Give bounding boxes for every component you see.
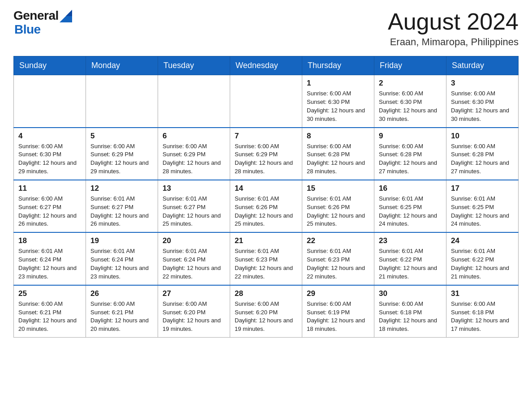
- calendar-week-row: 1Sunrise: 6:00 AMSunset: 6:30 PMDaylight…: [14, 75, 519, 128]
- day-info: Sunrise: 6:00 AMSunset: 6:21 PMDaylight:…: [18, 300, 81, 334]
- day-info: Sunrise: 6:00 AMSunset: 6:28 PMDaylight:…: [307, 142, 369, 176]
- day-number: 9: [379, 132, 442, 141]
- day-number: 26: [90, 289, 153, 298]
- table-row: [158, 75, 230, 128]
- day-number: 7: [235, 132, 297, 141]
- table-row: 8Sunrise: 6:00 AMSunset: 6:28 PMDaylight…: [302, 128, 374, 180]
- calendar-week-row: 18Sunrise: 6:01 AMSunset: 6:24 PMDayligh…: [14, 232, 519, 285]
- day-number: 18: [18, 236, 81, 245]
- day-number: 17: [451, 184, 514, 193]
- table-row: 30Sunrise: 6:00 AMSunset: 6:18 PMDayligh…: [374, 285, 446, 338]
- day-info: Sunrise: 6:00 AMSunset: 6:18 PMDaylight:…: [379, 300, 442, 334]
- day-info: Sunrise: 6:00 AMSunset: 6:30 PMDaylight:…: [379, 90, 442, 123]
- table-row: 2Sunrise: 6:00 AMSunset: 6:30 PMDaylight…: [374, 75, 446, 128]
- day-info: Sunrise: 6:00 AMSunset: 6:28 PMDaylight:…: [379, 142, 442, 176]
- logo-general-text: General: [13, 9, 59, 23]
- table-row: 1Sunrise: 6:00 AMSunset: 6:30 PMDaylight…: [302, 75, 374, 128]
- day-info: Sunrise: 6:01 AMSunset: 6:26 PMDaylight:…: [235, 195, 297, 228]
- day-number: 1: [307, 79, 369, 88]
- table-row: 10Sunrise: 6:00 AMSunset: 6:28 PMDayligh…: [446, 128, 519, 180]
- table-row: [86, 75, 158, 128]
- table-row: 31Sunrise: 6:00 AMSunset: 6:18 PMDayligh…: [446, 285, 519, 338]
- day-info: Sunrise: 6:00 AMSunset: 6:27 PMDaylight:…: [18, 195, 81, 228]
- day-number: 27: [163, 289, 225, 298]
- calendar-week-row: 11Sunrise: 6:00 AMSunset: 6:27 PMDayligh…: [14, 180, 519, 232]
- table-row: 22Sunrise: 6:01 AMSunset: 6:23 PMDayligh…: [302, 232, 374, 285]
- table-row: 16Sunrise: 6:01 AMSunset: 6:25 PMDayligh…: [374, 180, 446, 232]
- day-info: Sunrise: 6:01 AMSunset: 6:25 PMDaylight:…: [451, 195, 514, 228]
- day-number: 31: [451, 289, 514, 298]
- day-info: Sunrise: 6:01 AMSunset: 6:24 PMDaylight:…: [90, 247, 153, 281]
- day-info: Sunrise: 6:01 AMSunset: 6:27 PMDaylight:…: [163, 195, 225, 228]
- day-info: Sunrise: 6:00 AMSunset: 6:30 PMDaylight:…: [451, 90, 514, 123]
- day-number: 21: [235, 236, 297, 245]
- day-number: 3: [451, 79, 514, 88]
- day-number: 12: [90, 184, 153, 193]
- day-info: Sunrise: 6:01 AMSunset: 6:26 PMDaylight:…: [307, 195, 369, 228]
- day-number: 6: [163, 132, 225, 141]
- table-row: 7Sunrise: 6:00 AMSunset: 6:29 PMDaylight…: [230, 128, 302, 180]
- calendar-week-row: 25Sunrise: 6:00 AMSunset: 6:21 PMDayligh…: [14, 285, 519, 338]
- day-info: Sunrise: 6:00 AMSunset: 6:30 PMDaylight:…: [18, 142, 81, 176]
- day-info: Sunrise: 6:01 AMSunset: 6:27 PMDaylight:…: [90, 195, 153, 228]
- logo-icon: [60, 10, 72, 22]
- day-info: Sunrise: 6:00 AMSunset: 6:30 PMDaylight:…: [307, 90, 369, 123]
- page-header: General Blue August 2024 Eraan, Mimaropa…: [13, 9, 519, 48]
- table-row: 24Sunrise: 6:01 AMSunset: 6:22 PMDayligh…: [446, 232, 519, 285]
- table-row: 11Sunrise: 6:00 AMSunset: 6:27 PMDayligh…: [14, 180, 86, 232]
- table-row: 23Sunrise: 6:01 AMSunset: 6:22 PMDayligh…: [374, 232, 446, 285]
- title-block: August 2024 Eraan, Mimaropa, Philippines: [388, 9, 519, 48]
- day-info: Sunrise: 6:00 AMSunset: 6:29 PMDaylight:…: [90, 142, 153, 176]
- month-year-title: August 2024: [388, 9, 519, 34]
- table-row: [14, 75, 86, 128]
- day-info: Sunrise: 6:00 AMSunset: 6:28 PMDaylight:…: [451, 142, 514, 176]
- day-number: 14: [235, 184, 297, 193]
- day-info: Sunrise: 6:01 AMSunset: 6:23 PMDaylight:…: [235, 247, 297, 281]
- day-info: Sunrise: 6:00 AMSunset: 6:20 PMDaylight:…: [163, 300, 225, 334]
- calendar-table: Sunday Monday Tuesday Wednesday Thursday…: [13, 56, 519, 338]
- day-number: 24: [451, 236, 514, 245]
- logo-blue-text: Blue: [14, 23, 72, 37]
- day-number: 28: [235, 289, 297, 298]
- table-row: [230, 75, 302, 128]
- day-number: 16: [379, 184, 442, 193]
- col-saturday: Saturday: [446, 56, 519, 75]
- table-row: 25Sunrise: 6:00 AMSunset: 6:21 PMDayligh…: [14, 285, 86, 338]
- day-info: Sunrise: 6:00 AMSunset: 6:21 PMDaylight:…: [90, 300, 153, 334]
- table-row: 28Sunrise: 6:00 AMSunset: 6:20 PMDayligh…: [230, 285, 302, 338]
- day-number: 10: [451, 132, 514, 141]
- svg-marker-1: [66, 10, 72, 16]
- table-row: 15Sunrise: 6:01 AMSunset: 6:26 PMDayligh…: [302, 180, 374, 232]
- table-row: 19Sunrise: 6:01 AMSunset: 6:24 PMDayligh…: [86, 232, 158, 285]
- day-number: 20: [163, 236, 225, 245]
- col-tuesday: Tuesday: [158, 56, 230, 75]
- table-row: 29Sunrise: 6:00 AMSunset: 6:19 PMDayligh…: [302, 285, 374, 338]
- table-row: 26Sunrise: 6:00 AMSunset: 6:21 PMDayligh…: [86, 285, 158, 338]
- day-number: 25: [18, 289, 81, 298]
- day-number: 29: [307, 289, 369, 298]
- day-info: Sunrise: 6:00 AMSunset: 6:29 PMDaylight:…: [235, 142, 297, 176]
- day-info: Sunrise: 6:01 AMSunset: 6:24 PMDaylight:…: [18, 247, 81, 281]
- calendar-week-row: 4Sunrise: 6:00 AMSunset: 6:30 PMDaylight…: [14, 128, 519, 180]
- logo: General Blue: [13, 9, 72, 37]
- col-monday: Monday: [86, 56, 158, 75]
- day-info: Sunrise: 6:01 AMSunset: 6:22 PMDaylight:…: [451, 247, 514, 281]
- day-number: 30: [379, 289, 442, 298]
- day-info: Sunrise: 6:01 AMSunset: 6:22 PMDaylight:…: [379, 247, 442, 281]
- day-info: Sunrise: 6:00 AMSunset: 6:18 PMDaylight:…: [451, 300, 514, 334]
- day-info: Sunrise: 6:01 AMSunset: 6:24 PMDaylight:…: [163, 247, 225, 281]
- table-row: 4Sunrise: 6:00 AMSunset: 6:30 PMDaylight…: [14, 128, 86, 180]
- day-number: 11: [18, 184, 81, 193]
- table-row: 14Sunrise: 6:01 AMSunset: 6:26 PMDayligh…: [230, 180, 302, 232]
- day-info: Sunrise: 6:00 AMSunset: 6:19 PMDaylight:…: [307, 300, 369, 334]
- table-row: 5Sunrise: 6:00 AMSunset: 6:29 PMDaylight…: [86, 128, 158, 180]
- table-row: 6Sunrise: 6:00 AMSunset: 6:29 PMDaylight…: [158, 128, 230, 180]
- table-row: 12Sunrise: 6:01 AMSunset: 6:27 PMDayligh…: [86, 180, 158, 232]
- col-wednesday: Wednesday: [230, 56, 302, 75]
- calendar-header-row: Sunday Monday Tuesday Wednesday Thursday…: [14, 56, 519, 75]
- col-sunday: Sunday: [14, 56, 86, 75]
- table-row: 20Sunrise: 6:01 AMSunset: 6:24 PMDayligh…: [158, 232, 230, 285]
- table-row: 17Sunrise: 6:01 AMSunset: 6:25 PMDayligh…: [446, 180, 519, 232]
- day-info: Sunrise: 6:00 AMSunset: 6:29 PMDaylight:…: [163, 142, 225, 176]
- location-subtitle: Eraan, Mimaropa, Philippines: [388, 36, 519, 48]
